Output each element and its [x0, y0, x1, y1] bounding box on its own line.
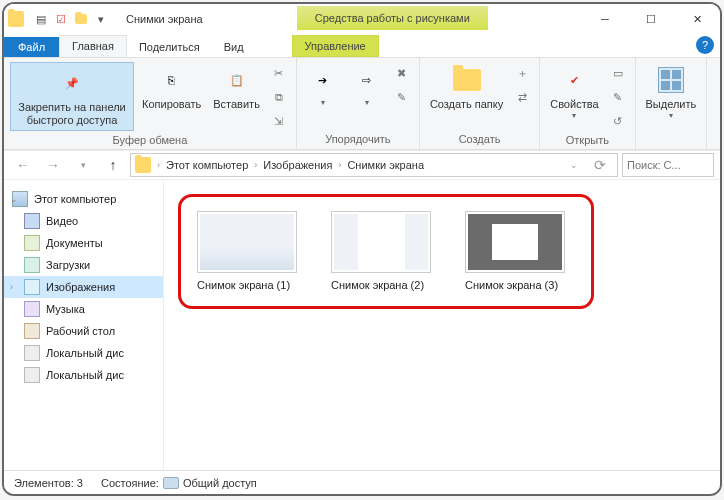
folder-icon: [135, 157, 151, 173]
refresh-icon[interactable]: ⟳: [587, 152, 613, 178]
select-button[interactable]: Выделить ▾: [642, 62, 701, 122]
help-icon[interactable]: ?: [696, 36, 714, 54]
tab-home[interactable]: Главная: [59, 35, 127, 57]
pin-to-quick-access-button[interactable]: 📌 Закрепить на панели быстрого доступа: [10, 62, 134, 131]
ribbon-tabs: Файл Главная Поделиться Вид Управление ?: [4, 34, 720, 58]
expand-icon[interactable]: ›: [10, 282, 13, 292]
nav-label: Локальный дис: [46, 347, 124, 359]
context-tab-header: Средства работы с рисунками: [297, 6, 488, 30]
nav-icon: [24, 235, 40, 251]
nav-item[interactable]: Видео: [4, 210, 163, 232]
file-label: Снимок экрана (3): [465, 279, 575, 292]
status-state-label: Состояние:: [101, 477, 159, 489]
copy-to-icon: ⇨: [351, 64, 383, 96]
new-folder-button[interactable]: Создать папку: [426, 62, 507, 113]
file-item[interactable]: Снимок экрана (1): [197, 211, 307, 292]
nav-this-pc[interactable]: ⌄ Этот компьютер: [4, 188, 163, 210]
easy-access-icon[interactable]: ⇄: [511, 86, 533, 108]
tab-view[interactable]: Вид: [212, 37, 256, 57]
nav-tree[interactable]: ⌄ Этот компьютер ВидеоДокументыЗагрузки›…: [4, 180, 164, 470]
annotation-highlight: Снимок экрана (1)Снимок экрана (2)Снимок…: [178, 194, 594, 309]
history-icon[interactable]: ↺: [607, 110, 629, 132]
paste-icon: 📋: [221, 64, 253, 96]
tab-manage[interactable]: Управление: [292, 35, 379, 57]
address-dropdown-icon[interactable]: ⌄: [561, 152, 587, 178]
new-item-icon[interactable]: ＋: [511, 62, 533, 84]
select-icon: [655, 64, 687, 96]
nav-item[interactable]: Документы: [4, 232, 163, 254]
paste-button[interactable]: 📋 Вставить: [209, 62, 264, 113]
open-icon[interactable]: ▭: [607, 62, 629, 84]
chevron-right-icon[interactable]: ›: [252, 160, 259, 170]
nav-label: Рабочий стол: [46, 325, 115, 337]
minimize-button[interactable]: ─: [582, 4, 628, 34]
nav-item[interactable]: Загрузки: [4, 254, 163, 276]
quick-access-toolbar: ▤ ☑ ▾: [28, 10, 114, 28]
collapse-icon[interactable]: ⌄: [10, 194, 18, 204]
nav-label: Этот компьютер: [34, 193, 116, 205]
pin-icon: 📌: [56, 67, 88, 99]
file-label: Снимок экрана (1): [197, 279, 307, 292]
group-new: Создать: [426, 131, 533, 145]
qat-new-folder-icon[interactable]: [72, 10, 90, 28]
nav-item[interactable]: Рабочий стол: [4, 320, 163, 342]
file-pane[interactable]: Снимок экрана (1)Снимок экрана (2)Снимок…: [164, 180, 720, 470]
thumbnail: [465, 211, 565, 273]
nav-icon: [24, 367, 40, 383]
qat-dropdown-icon[interactable]: ▾: [92, 10, 110, 28]
tab-file[interactable]: Файл: [4, 37, 59, 57]
address-bar: ← → ▾ ↑ › Этот компьютер › Изображения ›…: [4, 150, 720, 180]
edit-icon[interactable]: ✎: [607, 86, 629, 108]
file-item[interactable]: Снимок экрана (3): [465, 211, 575, 292]
recent-dropdown[interactable]: ▾: [70, 152, 96, 178]
paste-shortcut-icon[interactable]: ⇲: [268, 110, 290, 132]
group-clipboard: Буфер обмена: [10, 132, 290, 146]
nav-item[interactable]: Музыка: [4, 298, 163, 320]
explorer-window: ▤ ☑ ▾ Снимки экрана Средства работы с ри…: [4, 4, 720, 494]
nav-icon: [24, 257, 40, 273]
shared-icon: [163, 477, 179, 489]
crumb-screenshots[interactable]: Снимки экрана: [343, 159, 428, 171]
search-box[interactable]: [622, 153, 714, 177]
nav-item[interactable]: Локальный дис: [4, 342, 163, 364]
copy-path-icon[interactable]: ⧉: [268, 86, 290, 108]
tab-share[interactable]: Поделиться: [127, 37, 212, 57]
chevron-right-icon[interactable]: ›: [336, 160, 343, 170]
delete-icon[interactable]: ✖: [391, 62, 413, 84]
status-shared: Общий доступ: [183, 477, 257, 489]
maximize-button[interactable]: ☐: [628, 4, 674, 34]
move-icon: ➔: [307, 64, 339, 96]
search-input[interactable]: [627, 159, 687, 171]
thumbnail: [197, 211, 297, 273]
forward-button[interactable]: →: [40, 152, 66, 178]
crumb-pictures[interactable]: Изображения: [259, 159, 336, 171]
qat-properties-icon[interactable]: ▤: [32, 10, 50, 28]
group-organize: Упорядочить: [303, 131, 413, 145]
nav-icon: [24, 301, 40, 317]
chevron-right-icon[interactable]: ›: [155, 160, 162, 170]
qat-check-icon[interactable]: ☑: [52, 10, 70, 28]
copy-icon: ⎘: [156, 64, 188, 96]
up-button[interactable]: ↑: [100, 152, 126, 178]
nav-icon: [24, 213, 40, 229]
nav-icon: [24, 345, 40, 361]
back-button[interactable]: ←: [10, 152, 36, 178]
file-item[interactable]: Снимок экрана (2): [331, 211, 441, 292]
properties-button[interactable]: ✔ Свойства ▾: [546, 62, 602, 122]
folder-icon: [8, 11, 24, 27]
copy-button[interactable]: ⎘ Копировать: [138, 62, 205, 113]
copy-to-button[interactable]: ⇨▾: [347, 62, 387, 109]
crumb-pc[interactable]: Этот компьютер: [162, 159, 252, 171]
move-to-button[interactable]: ➔▾: [303, 62, 343, 109]
close-button[interactable]: ✕: [674, 4, 720, 34]
cut-icon[interactable]: ✂: [268, 62, 290, 84]
status-count: Элементов: 3: [14, 477, 83, 489]
new-folder-icon: [451, 64, 483, 96]
rename-icon[interactable]: ✎: [391, 86, 413, 108]
nav-label: Видео: [46, 215, 78, 227]
nav-icon: [24, 279, 40, 295]
titlebar: ▤ ☑ ▾ Снимки экрана Средства работы с ри…: [4, 4, 720, 34]
nav-item[interactable]: ›Изображения: [4, 276, 163, 298]
nav-item[interactable]: Локальный дис: [4, 364, 163, 386]
breadcrumb[interactable]: › Этот компьютер › Изображения › Снимки …: [130, 153, 618, 177]
